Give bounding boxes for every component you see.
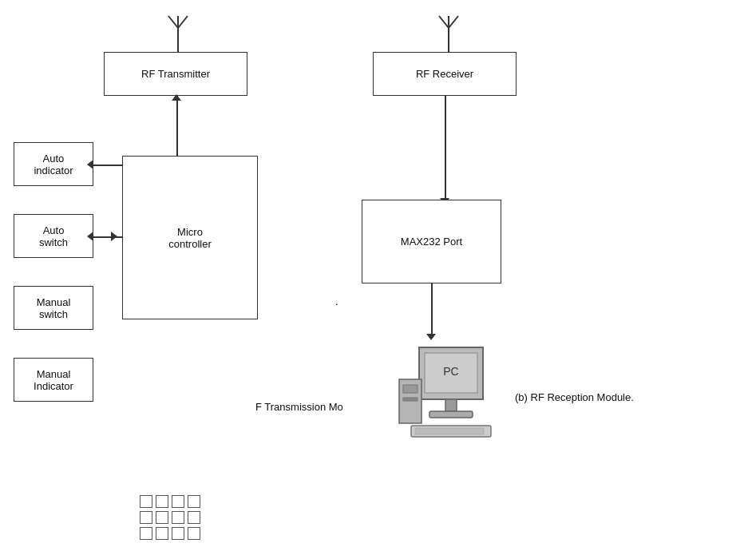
manual-switch-box: Manualswitch — [14, 286, 93, 330]
line-max232-down — [431, 283, 433, 335]
rf-receiver-label: RF Receiver — [416, 68, 473, 80]
svg-line-1 — [168, 16, 178, 28]
grid-sq-6 — [156, 511, 168, 524]
rf-transmitter-antenna — [166, 8, 190, 52]
grid-sq-9 — [140, 527, 152, 540]
grid-sq-11 — [172, 527, 184, 540]
rf-transmitter-label: RF Transmitter — [141, 68, 210, 80]
svg-line-2 — [178, 16, 188, 28]
line-rfr-to-max232 — [445, 96, 446, 200]
auto-switch-box: Autoswitch — [14, 214, 93, 258]
arrow-auto-sw-left — [87, 232, 93, 241]
pc-illustration: PC — [391, 343, 507, 479]
microcontroller-box: Micro controller — [122, 156, 258, 319]
svg-line-5 — [439, 16, 449, 28]
arrow-auto-ind — [87, 160, 93, 169]
line-auto-ind-to-mc — [93, 165, 122, 166]
rf-transmitter-box: RF Transmitter — [104, 52, 247, 96]
period-dot: . — [335, 295, 338, 307]
rf-receiver-antenna — [437, 8, 461, 52]
rf-receiver-box: RF Receiver — [373, 52, 517, 96]
svg-rect-12 — [429, 411, 473, 418]
line-mc-to-rft — [176, 96, 178, 156]
grid-sq-5 — [140, 511, 152, 524]
svg-line-6 — [449, 16, 458, 28]
grid-sq-10 — [156, 527, 168, 540]
svg-rect-15 — [403, 398, 418, 401]
max232-label: MAX232 Port — [401, 236, 462, 248]
manual-indicator-box: ManualIndicator — [14, 358, 93, 402]
svg-rect-11 — [445, 399, 457, 411]
grid-sq-2 — [156, 495, 168, 508]
svg-rect-14 — [403, 385, 418, 393]
manual-switch-label: Manualswitch — [37, 296, 71, 320]
grid-sq-3 — [172, 495, 184, 508]
auto-indicator-label: Autoindicator — [34, 153, 73, 176]
max232-box: MAX232 Port — [362, 200, 501, 283]
grid-sq-7 — [172, 511, 184, 524]
grid-sq-4 — [188, 495, 200, 508]
grid-sq-1 — [140, 495, 152, 508]
svg-text:PC: PC — [443, 365, 458, 378]
line-auto-sw-to-mc — [93, 236, 122, 238]
arrow-auto-sw-right — [111, 232, 117, 241]
diagram: RF Transmitter RF Receiver Micro control… — [0, 0, 756, 559]
arrow-to-rft — [172, 94, 181, 101]
grid-sq-8 — [188, 511, 200, 524]
arrow-max232-down — [426, 334, 436, 340]
auto-switch-label: Autoswitch — [39, 224, 68, 248]
manual-indicator-label: ManualIndicator — [34, 368, 73, 392]
svg-rect-17 — [415, 428, 484, 434]
grid-sq-12 — [188, 527, 200, 540]
transmission-module-label: F Transmission Mo — [255, 401, 343, 413]
reception-module-label: (b) RF Reception Module. — [515, 391, 634, 403]
microcontroller-label: Micro controller — [168, 226, 211, 250]
auto-indicator-box: Autoindicator — [14, 142, 93, 186]
